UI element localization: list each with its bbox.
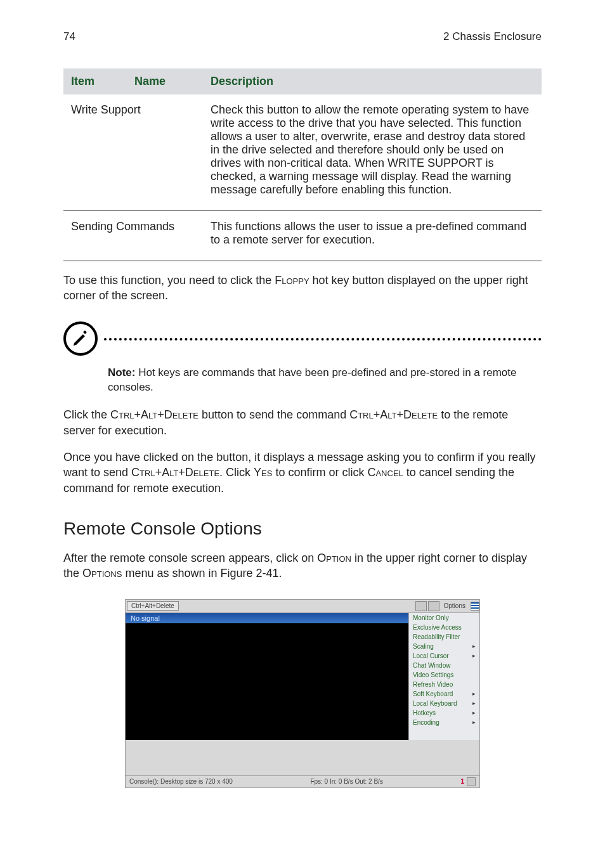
- menu-item-scaling[interactable]: Scaling▸: [409, 642, 479, 651]
- menu-label: Readability Filter: [413, 633, 460, 640]
- menu-label: Encoding: [413, 719, 439, 726]
- text: menu as shown in Figure 2-41.: [122, 567, 282, 580]
- menu-item-monitor-only[interactable]: Monitor Only: [409, 613, 479, 623]
- toolbar-icon[interactable]: [428, 601, 439, 611]
- key-combo: Ctrl+Alt+Delete: [131, 466, 219, 479]
- note-text: Note: Hot keys are commands that have be…: [108, 366, 542, 395]
- menu-item-readability-filter[interactable]: Readability Filter: [409, 632, 479, 642]
- menu-label: Chat Window: [413, 662, 450, 669]
- page-number: 74: [63, 30, 75, 43]
- chapter-title: 2 Chassis Enclosure: [443, 30, 542, 43]
- menu-item-soft-keyboard[interactable]: Soft Keyboard▸: [409, 689, 479, 699]
- remote-console-canvas[interactable]: No signal: [126, 613, 408, 740]
- table-row: Sending Commands This functions allows t…: [63, 211, 542, 261]
- menu-label: Refresh Video: [413, 681, 453, 688]
- button-name: Yes: [254, 466, 272, 479]
- note-label: Note:: [108, 366, 135, 379]
- text: to confirm or click: [272, 466, 367, 479]
- note-block: [63, 320, 542, 356]
- menu-item-chat-window[interactable]: Chat Window: [409, 661, 479, 670]
- row-name: Write Support: [63, 94, 203, 211]
- properties-table: Item Name Description Write Support Chec…: [63, 68, 542, 261]
- status-number: 1: [460, 778, 465, 785]
- menu-item-local-keyboard[interactable]: Local Keyboard▸: [409, 699, 479, 708]
- ctrl-alt-delete-button[interactable]: Ctrl+Alt+Delete: [127, 601, 179, 611]
- th-item: Item: [63, 68, 127, 94]
- table-row: Write Support Check this button to allow…: [63, 94, 542, 211]
- note-icon: [63, 320, 104, 356]
- menu-label: Exclusive Access: [413, 624, 462, 631]
- status-icon: [467, 777, 476, 786]
- hotkey-name: Floppy: [275, 274, 309, 287]
- menu-item-video-settings[interactable]: Video Settings: [409, 670, 479, 680]
- menu-item-refresh-video[interactable]: Refresh Video: [409, 680, 479, 689]
- text: Click the: [63, 408, 110, 421]
- text: To use this function, you need to click …: [63, 274, 275, 287]
- menu-label: Local Keyboard: [413, 700, 457, 707]
- menu-label: Local Cursor: [413, 652, 449, 659]
- menu-item-encoding[interactable]: Encoding▸: [409, 718, 479, 727]
- status-mid: Fps: 0 In: 0 B/s Out: 2 B/s: [310, 778, 383, 785]
- text: button to send the command: [198, 408, 349, 421]
- key-combo: Ctrl+Alt+Delete: [349, 408, 438, 421]
- table-header-row: Item Name Description: [63, 68, 542, 94]
- remote-console-lower-area: [125, 740, 480, 775]
- text: After the remote console screen appears,…: [63, 552, 317, 564]
- dotted-rule: [104, 338, 542, 340]
- toolbar-icon[interactable]: [415, 601, 427, 611]
- ui-name: Option: [317, 552, 351, 564]
- remote-console-toolbar: Ctrl+Alt+Delete Options: [125, 599, 480, 613]
- no-signal-title: No signal: [126, 613, 408, 623]
- th-description: Description: [203, 68, 542, 94]
- options-menu-icon[interactable]: [471, 602, 479, 611]
- submenu-arrow-icon: ▸: [470, 690, 476, 697]
- text: . Click: [219, 466, 254, 479]
- paragraph: To use this function, you need to click …: [63, 273, 542, 304]
- menu-label: Monitor Only: [413, 614, 449, 621]
- menu-item-exclusive-access[interactable]: Exclusive Access: [409, 623, 479, 632]
- row-desc: Check this button to allow the remote op…: [203, 94, 542, 211]
- section-heading: Remote Console Options: [63, 519, 542, 539]
- text: Hot keys are commands that have been pre…: [108, 366, 516, 393]
- menu-item-local-cursor[interactable]: Local Cursor▸: [409, 651, 479, 661]
- submenu-arrow-icon: ▸: [470, 709, 476, 716]
- page-header: 74 2 Chassis Enclosure: [63, 30, 542, 43]
- menu-label: Video Settings: [413, 671, 453, 678]
- submenu-arrow-icon: ▸: [470, 700, 476, 706]
- figure-screenshot: Ctrl+Alt+Delete Options No signal Monito…: [63, 599, 542, 788]
- submenu-arrow-icon: ▸: [470, 643, 476, 649]
- menu-label: Hotkeys: [413, 709, 436, 716]
- paragraph: Once you have clicked on the button, it …: [63, 450, 542, 496]
- row-name: Sending Commands: [63, 211, 203, 261]
- options-menu: Monitor Only Exclusive Access Readabilit…: [408, 613, 479, 740]
- row-desc: This functions allows the user to issue …: [203, 211, 542, 261]
- submenu-arrow-icon: ▸: [470, 652, 476, 659]
- menu-label: Scaling: [413, 643, 434, 650]
- pencil-icon: [71, 329, 90, 348]
- submenu-arrow-icon: ▸: [470, 719, 476, 725]
- paragraph: Click the Ctrl+Alt+Delete button to send…: [63, 407, 542, 438]
- paragraph: After the remote console screen appears,…: [63, 550, 542, 581]
- button-name: Cancel: [367, 466, 403, 479]
- ui-name: Options: [82, 567, 122, 580]
- menu-label: Soft Keyboard: [413, 690, 453, 697]
- th-name: Name: [127, 68, 203, 94]
- remote-console-statusbar: Console(): Desktop size is 720 x 400 Fps…: [125, 775, 480, 788]
- key-combo: Ctrl+Alt+Delete: [110, 408, 198, 421]
- status-left: Console(): Desktop size is 720 x 400: [129, 778, 233, 785]
- status-right: 1: [460, 777, 476, 786]
- options-button[interactable]: Options: [440, 601, 469, 611]
- menu-item-hotkeys[interactable]: Hotkeys▸: [409, 708, 479, 718]
